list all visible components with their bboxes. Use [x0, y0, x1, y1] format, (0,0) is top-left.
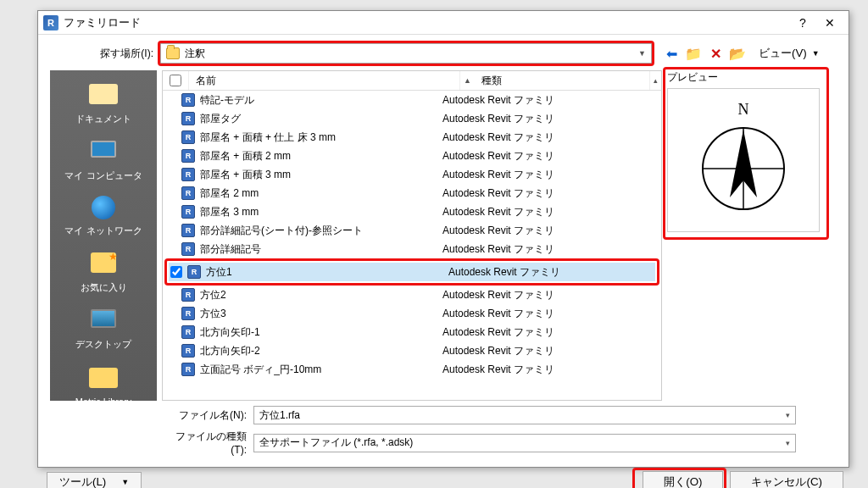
- file-row[interactable]: R部屋名 + 面積 3 mmAutodesk Revit ファミリ: [163, 165, 661, 184]
- open-button[interactable]: 開く(O): [643, 471, 723, 488]
- filename-label: ファイル名(N):: [169, 408, 253, 423]
- sidebar-item-label: デスクトップ: [75, 339, 131, 349]
- documents-icon: [86, 84, 121, 111]
- revit-family-icon: R: [181, 363, 195, 376]
- revit-family-icon: R: [181, 344, 195, 358]
- filetype-label: ファイルの種類(T):: [169, 430, 253, 456]
- header-type[interactable]: 種類: [475, 71, 650, 90]
- file-row[interactable]: R部分詳細記号(シート付)-参照シートAutodesk Revit ファミリ: [163, 221, 661, 240]
- file-type: Autodesk Revit ファミリ: [442, 242, 661, 257]
- chevron-down-icon: ▼: [121, 478, 129, 486]
- file-row[interactable]: R北方向矢印-2Autodesk Revit ファミリ: [163, 341, 661, 360]
- chevron-down-icon: ▼: [812, 49, 820, 58]
- file-type: Autodesk Revit ファミリ: [442, 205, 661, 219]
- filename-input[interactable]: 方位1.rfa ▾: [253, 406, 796, 424]
- file-name: 特記-モデル: [200, 93, 442, 108]
- file-list: 名前 ▲ 種類 ▴ R特記-モデルAutodesk Revit ファミリR部屋タ…: [162, 70, 662, 401]
- row-checkbox[interactable]: [170, 266, 182, 278]
- file-row[interactable]: R方位2Autodesk Revit ファミリ: [163, 286, 661, 304]
- file-row[interactable]: R方位3Autodesk Revit ファミリ: [163, 304, 661, 323]
- computer-icon: [86, 141, 121, 168]
- compass-icon: N: [693, 101, 794, 219]
- sidebar-item-network[interactable]: マイ ネットワーク: [53, 191, 153, 244]
- revit-family-icon: R: [187, 265, 201, 279]
- revit-family-icon: R: [181, 112, 195, 125]
- header-name[interactable]: 名前: [189, 71, 460, 90]
- file-type: Autodesk Revit ファミリ: [442, 325, 661, 340]
- file-row[interactable]: R部屋名 2 mmAutodesk Revit ファミリ: [163, 184, 661, 202]
- file-name: 部屋名 + 面積 3 mm: [200, 168, 442, 182]
- family-load-dialog: R ファミリロード ? ✕ 探す場所(I): 注釈 ▼ ⬅ 📁 ✕ 📂 ビュー(…: [37, 10, 849, 468]
- file-row[interactable]: R北方向矢印-1Autodesk Revit ファミリ: [163, 323, 661, 341]
- file-name: 方位3: [200, 307, 442, 321]
- list-header: 名前 ▲ 種類 ▴: [162, 70, 662, 91]
- sidebar-item-documents[interactable]: ドキュメント: [53, 75, 153, 132]
- up-folder-icon[interactable]: 📁: [684, 45, 703, 62]
- sidebar-item-label: マイ コンピュータ: [64, 170, 142, 180]
- select-all-checkbox[interactable]: [170, 75, 181, 86]
- revit-family-icon: R: [181, 242, 195, 256]
- list-body[interactable]: R特記-モデルAutodesk Revit ファミリR部屋タグAutodesk …: [162, 91, 662, 401]
- revit-family-icon: R: [181, 93, 195, 107]
- cancel-button[interactable]: キャンセル(C): [730, 471, 843, 488]
- file-row[interactable]: R立面記号 ボディ_円-10mmAutodesk Revit ファミリ: [163, 360, 661, 379]
- preview-panel: プレビュー N: [667, 70, 837, 401]
- file-type: Autodesk Revit ファミリ: [442, 112, 661, 126]
- file-row[interactable]: R部屋名 + 面積 2 mmAutodesk Revit ファミリ: [163, 147, 661, 165]
- revit-icon: R: [43, 15, 58, 30]
- file-name: 北方向矢印-1: [200, 325, 442, 340]
- delete-icon[interactable]: ✕: [706, 45, 725, 62]
- revit-family-icon: R: [181, 307, 195, 320]
- lookin-label: 探す場所(I):: [50, 47, 160, 61]
- dialog-title: ファミリロード: [64, 15, 789, 30]
- sidebar-item-label: ドキュメント: [75, 114, 131, 124]
- sort-indicator-icon: ▲: [460, 71, 475, 90]
- network-icon: [86, 196, 121, 223]
- revit-family-icon: R: [181, 168, 195, 181]
- back-arrow-icon[interactable]: ⬅: [662, 45, 681, 62]
- scroll-up-icon[interactable]: ▴: [650, 71, 661, 90]
- close-button[interactable]: ✕: [816, 14, 843, 32]
- file-row[interactable]: R特記-モデルAutodesk Revit ファミリ: [163, 91, 661, 109]
- filename-value: 方位1.rfa: [259, 408, 300, 423]
- revit-family-icon: R: [181, 149, 195, 163]
- filetype-combo[interactable]: 全サポートファイル (*.rfa, *.adsk) ▾: [253, 434, 796, 452]
- places-sidebar: ドキュメント マイ コンピュータ マイ ネットワーク お気に入り デスクトップ: [50, 70, 157, 401]
- sidebar-item-metric-library[interactable]: Metric Library: [53, 359, 153, 413]
- cancel-button-label: キャンセル(C): [751, 475, 822, 488]
- view-button[interactable]: ビュー(V) ▼: [754, 44, 825, 63]
- help-button[interactable]: ?: [789, 14, 816, 32]
- file-row[interactable]: R部屋名 + 面積 + 仕上 床 3 mmAutodesk Revit ファミリ: [163, 128, 661, 147]
- view-button-label: ビュー(V): [759, 46, 807, 61]
- sidebar-item-computer[interactable]: マイ コンピュータ: [53, 134, 153, 189]
- lookin-combo[interactable]: 注釈 ▼: [160, 43, 652, 64]
- file-name: 部屋タグ: [200, 112, 442, 126]
- tools-button-label: ツール(L): [59, 474, 106, 488]
- file-row[interactable]: R方位1Autodesk Revit ファミリ: [169, 263, 655, 281]
- tools-button[interactable]: ツール(L) ▼: [47, 472, 142, 488]
- new-folder-icon[interactable]: 📂: [728, 45, 747, 62]
- file-row[interactable]: R部分詳細記号Autodesk Revit ファミリ: [163, 240, 661, 258]
- file-row[interactable]: R部屋名 3 mmAutodesk Revit ファミリ: [163, 202, 661, 221]
- file-name: 方位2: [200, 288, 442, 302]
- file-name: 部屋名 2 mm: [200, 186, 442, 201]
- revit-family-icon: R: [181, 325, 195, 339]
- bottom-controls: ファイル名(N): 方位1.rfa ▾ ファイルの種類(T): 全サポートファイ…: [50, 401, 837, 456]
- sidebar-item-desktop[interactable]: デスクトップ: [53, 302, 153, 358]
- preview-image: N: [667, 88, 820, 232]
- revit-family-icon: R: [181, 224, 195, 237]
- folder-icon: [166, 47, 180, 59]
- file-name: 部分詳細記号(シート付)-参照シート: [200, 224, 442, 238]
- file-type: Autodesk Revit ファミリ: [442, 224, 661, 238]
- highlight-box: R方位1Autodesk Revit ファミリ: [164, 258, 659, 286]
- file-name: 部屋名 3 mm: [200, 205, 442, 219]
- file-type: Autodesk Revit ファミリ: [442, 130, 661, 145]
- north-letter: N: [738, 101, 749, 118]
- lookin-row: 探す場所(I): 注釈 ▼ ⬅ 📁 ✕ 📂 ビュー(V) ▼: [50, 43, 837, 64]
- revit-family-icon: R: [181, 130, 195, 144]
- sidebar-item-favorites[interactable]: お気に入り: [53, 246, 153, 301]
- file-name: 方位1: [206, 265, 448, 280]
- sidebar-item-label: お気に入り: [81, 282, 127, 292]
- file-row[interactable]: R部屋タグAutodesk Revit ファミリ: [163, 109, 661, 128]
- file-name: 部屋名 + 面積 + 仕上 床 3 mm: [200, 130, 442, 145]
